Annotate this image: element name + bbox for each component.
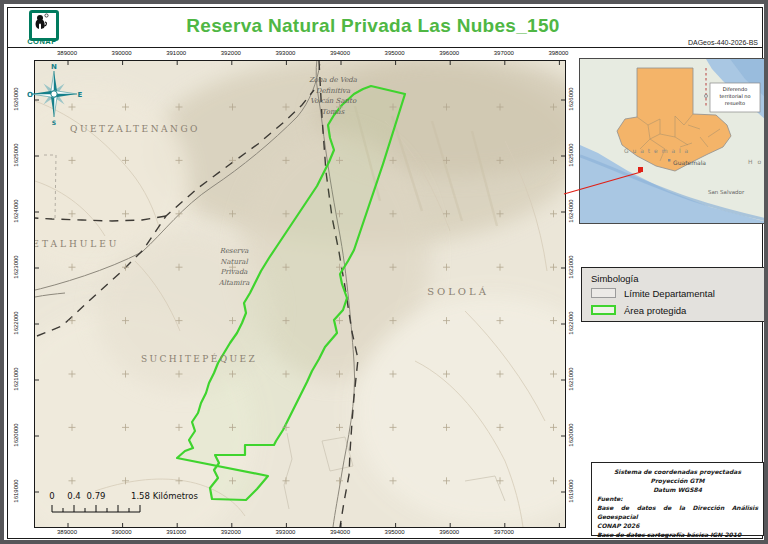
axis-label-top-390000: 390000	[112, 50, 132, 56]
capital-marker-icon	[668, 159, 671, 162]
axis-label-bottom-394000: 394000	[330, 529, 350, 535]
axis-label-right-1625000: 1625000	[568, 143, 574, 166]
legend-box: Simbología Límite Departamental Área pro…	[581, 267, 765, 322]
projection-line: Proyección GTM	[597, 476, 758, 485]
annotation-reserva-altamira: Reserva Natural Privada Altamira	[219, 246, 250, 288]
department-label-solola: SOLOLÁ	[427, 286, 489, 297]
axis-label-bottom-391000: 391000	[166, 529, 186, 535]
location-marker-icon	[638, 167, 643, 172]
axis-label-top-394000: 394000	[330, 50, 350, 56]
axis-label-right-1619000: 1619000	[568, 479, 574, 502]
coord-system-line: Sistema de coordenadas proyectadas	[597, 467, 758, 476]
source-line-3: Base de datos cartografía básica IGN 201…	[597, 530, 758, 539]
axis-label-left-1624000: 1624000	[13, 199, 19, 222]
sheet-border: CONAP Reserva Natural Privada Las Nubes_…	[7, 7, 763, 539]
axis-label-bottom-395000: 395000	[385, 529, 405, 535]
axis-label-right-1621000: 1621000	[568, 367, 574, 390]
note-line-1: Diferendo	[723, 86, 748, 92]
note-line-2: territorial no	[719, 93, 750, 99]
departmental-limit-swatch	[591, 288, 616, 298]
honduras-label: H o	[748, 158, 763, 165]
department-label-retalhuleu: RETALHULEU	[34, 239, 119, 249]
axis-label-left-1626000: 1626000	[13, 87, 19, 110]
legend-label-area: Área protegida	[624, 305, 686, 316]
axis-label-bottom-390000: 390000	[112, 529, 132, 535]
axis-label-bottom-393000: 393000	[275, 529, 295, 535]
annotation-zona-de-veda: Zona de Veda Definitiva Volcán Santo Tom…	[309, 75, 357, 117]
axis-label-left-1622000: 1622000	[13, 311, 19, 334]
source-title: Fuente:	[597, 494, 758, 503]
department-label-suchitepequez: SUCHITEPÉQUEZ	[141, 354, 257, 364]
axis-label-bottom-397000: 397000	[494, 529, 514, 535]
map-sheet: CONAP Reserva Natural Privada Las Nubes_…	[0, 0, 768, 544]
axis-label-top-396000: 396000	[439, 50, 459, 56]
conap-logo-text: CONAP	[25, 37, 59, 46]
note-line-3: resuelto	[725, 100, 745, 106]
axis-label-top-395000: 395000	[385, 50, 405, 56]
inset-locator-map: Diferendo territorial no resuelto G u a …	[579, 58, 768, 224]
protected-area-swatch	[591, 305, 616, 315]
axis-label-top-398000: 398000	[548, 50, 568, 56]
axis-label-right-1626000: 1626000	[568, 87, 574, 110]
axis-label-left-1621000: 1621000	[13, 367, 19, 390]
country-label: G u a t e m a l a	[624, 147, 689, 154]
axis-label-top-389000: 389000	[57, 50, 77, 56]
capital-label: Guatemala	[673, 159, 706, 166]
axis-label-left-1625000: 1625000	[13, 143, 19, 166]
axis-label-top-392000: 392000	[221, 50, 241, 56]
header-band: CONAP Reserva Natural Privada Las Nubes_…	[8, 8, 762, 48]
department-label-quetzaltenango: QUETZALTENANGO	[70, 124, 200, 134]
main-map: QUETZALTENANGO RETALHULEU SOLOLÁ SUCHITE…	[34, 60, 566, 528]
datum-line: Datum WGS84	[597, 485, 758, 494]
source-line-2: CONAP 2026	[597, 521, 758, 530]
map-info-box: Sistema de coordenadas proyectadas Proye…	[591, 462, 764, 536]
axis-label-left-1623000: 1623000	[13, 255, 19, 278]
axis-label-top-391000: 391000	[166, 50, 186, 56]
axis-label-bottom-396000: 396000	[439, 529, 459, 535]
axis-label-left-1620000: 1620000	[13, 423, 19, 446]
axis-label-right-1624000: 1624000	[568, 199, 574, 222]
inset-canvas: Diferendo territorial no resuelto G u a …	[580, 59, 767, 223]
axis-label-bottom-389000: 389000	[57, 529, 77, 535]
axis-label-top-397000: 397000	[494, 50, 514, 56]
boundary-marker-icon	[704, 94, 707, 97]
source-line-1: Base de datos de la Dirección Análisis G…	[597, 503, 758, 521]
axis-label-top-393000: 393000	[275, 50, 295, 56]
document-code: DAGeos-440-2026-BS	[688, 39, 758, 46]
axis-label-right-1623000: 1623000	[568, 255, 574, 278]
page-title: Reserva Natural Privada Las Nubes_150	[8, 15, 738, 37]
axis-label-right-1622000: 1622000	[568, 311, 574, 334]
axis-label-right-1620000: 1620000	[568, 423, 574, 446]
compass-west-label: O	[27, 91, 33, 99]
axis-label-left-1619000: 1619000	[13, 479, 19, 502]
axis-label-bottom-392000: 392000	[221, 529, 241, 535]
san-salvador-label: San Salvador	[708, 189, 745, 195]
legend-title: Simbología	[591, 273, 639, 284]
legend-label-limite: Límite Departamental	[624, 288, 715, 299]
